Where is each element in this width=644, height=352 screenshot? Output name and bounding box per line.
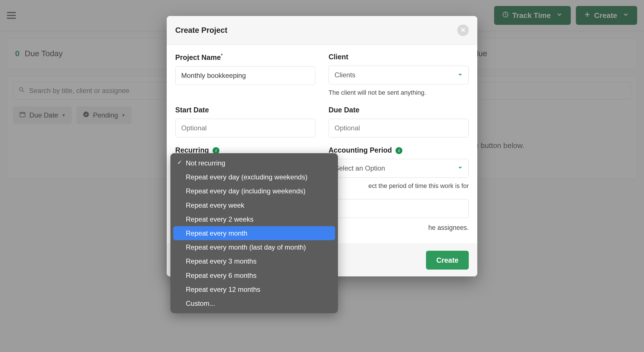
required-mark: *: [221, 53, 223, 58]
accounting-period-help: ect the period of time this work is for: [329, 182, 469, 191]
client-selected: Clients: [335, 71, 355, 79]
client-label: Client: [329, 53, 469, 61]
modal-title: Create Project: [175, 26, 227, 35]
modal-create-button[interactable]: Create: [426, 251, 469, 270]
modal-create-label: Create: [436, 256, 458, 264]
start-date-input[interactable]: [175, 119, 315, 137]
recurring-dropdown[interactable]: Not recurringRepeat every day (excluding…: [170, 153, 338, 313]
accounting-period-label: Accounting Period i: [329, 146, 469, 154]
accounting-period-field: Accounting Period i Select an Option ect…: [329, 146, 469, 191]
recurring-option[interactable]: Repeat every 2 weeks: [173, 212, 335, 226]
chevron-down-icon: [458, 165, 463, 171]
modal-body: Project Name* Client Clients The client …: [167, 45, 477, 244]
accounting-period-placeholder: Select an Option: [335, 164, 385, 172]
due-date-label: Due Date: [329, 106, 469, 114]
assignees-hint-fragment: he assignees.: [428, 224, 469, 231]
app-root: Track Time Create 0 Due Today →: [0, 0, 644, 352]
recurring-option[interactable]: Repeat every month: [173, 226, 335, 240]
start-date-label: Start Date: [175, 106, 315, 114]
start-date-field: Start Date: [175, 106, 315, 137]
recurring-option[interactable]: Repeat every day (including weekends): [173, 184, 335, 198]
modal-header: Create Project ✕: [167, 16, 477, 45]
chevron-down-icon: [458, 72, 463, 78]
project-name-field: Project Name*: [175, 53, 315, 97]
project-name-label: Project Name*: [175, 53, 315, 62]
accounting-period-select[interactable]: Select an Option: [329, 159, 469, 178]
modal-overlay: Create Project ✕ Project Name* Client: [0, 0, 644, 352]
recurring-option[interactable]: Repeat every 6 months: [173, 268, 335, 282]
recurring-option[interactable]: Repeat every 12 months: [173, 282, 335, 296]
due-date-field: Due Date: [329, 106, 469, 137]
recurring-option[interactable]: Repeat every week: [173, 198, 335, 212]
client-help: The client will not be sent anything.: [329, 88, 469, 97]
modal-close-button[interactable]: ✕: [457, 25, 469, 36]
client-field: Client Clients The client will not be se…: [329, 53, 469, 97]
create-project-modal: Create Project ✕ Project Name* Client: [167, 16, 477, 276]
close-icon: ✕: [460, 27, 466, 34]
recurring-option[interactable]: Custom...: [173, 296, 335, 310]
recurring-option[interactable]: Repeat every 3 months: [173, 254, 335, 268]
recurring-option[interactable]: Repeat every day (excluding weekends): [173, 170, 335, 184]
due-date-input[interactable]: [329, 119, 469, 137]
recurring-option[interactable]: Repeat every month (last day of month): [173, 240, 335, 254]
recurring-option[interactable]: Not recurring: [173, 156, 335, 170]
info-icon[interactable]: i: [396, 147, 402, 154]
client-select[interactable]: Clients: [329, 66, 469, 84]
project-name-input[interactable]: [175, 66, 315, 85]
